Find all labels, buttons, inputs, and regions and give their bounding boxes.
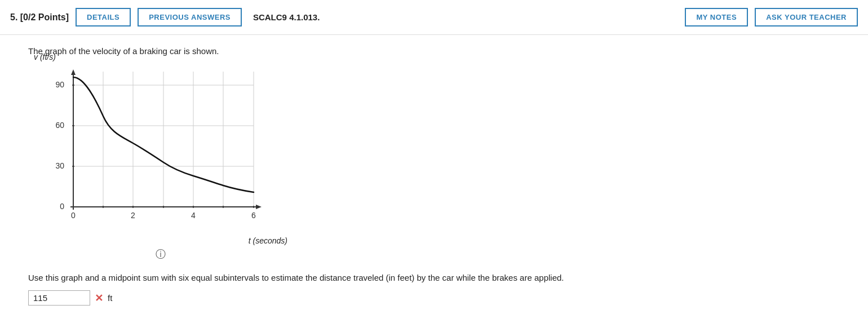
svg-text:2: 2 <box>131 211 135 220</box>
page-wrapper: 5. [0/2 Points] DETAILS PREVIOUS ANSWERS… <box>0 0 868 323</box>
header-bar: 5. [0/2 Points] DETAILS PREVIOUS ANSWERS… <box>0 0 868 35</box>
info-icon-wrap: ⓘ <box>39 247 282 261</box>
info-icon[interactable]: ⓘ <box>156 249 166 260</box>
svg-text:4: 4 <box>191 211 196 220</box>
svg-marker-12 <box>256 205 262 209</box>
details-button[interactable]: DETAILS <box>76 8 131 26</box>
x-axis-label-text: t (seconds) <box>249 236 287 245</box>
svg-text:90: 90 <box>55 80 64 89</box>
svg-text:6: 6 <box>251 211 256 220</box>
y-axis-label: v (ft/s) <box>34 52 56 61</box>
ask-teacher-button[interactable]: ASK YOUR TEACHER <box>755 8 858 26</box>
unit-label: ft <box>108 293 112 303</box>
svg-text:30: 30 <box>55 161 64 170</box>
svg-text:0: 0 <box>60 202 64 211</box>
problem-label: 5. [0/2 Points] <box>10 12 69 23</box>
svg-marker-11 <box>71 69 76 75</box>
x-axis-label: t (seconds) <box>39 236 287 245</box>
my-notes-button[interactable]: MY NOTES <box>685 8 748 26</box>
graph-wrap: v (ft/s) <box>39 66 282 261</box>
answer-input[interactable] <box>28 290 90 306</box>
svg-text:60: 60 <box>55 121 64 130</box>
svg-text:0: 0 <box>71 211 76 220</box>
answer-description: Use this graph and a midpoint sum with s… <box>28 271 851 285</box>
content-area: The graph of the velocity of a braking c… <box>0 35 868 317</box>
error-icon: ✕ <box>95 292 103 304</box>
previous-answers-button[interactable]: PREVIOUS ANSWERS <box>138 8 242 26</box>
problem-code: SCALC9 4.1.013. <box>253 12 320 22</box>
graph-svg: 90 60 30 0 0 2 4 6 <box>39 66 282 235</box>
problem-description: The graph of the velocity of a braking c… <box>28 46 851 56</box>
answer-area: ✕ ft <box>28 290 851 306</box>
graph-container: v (ft/s) <box>28 66 851 261</box>
